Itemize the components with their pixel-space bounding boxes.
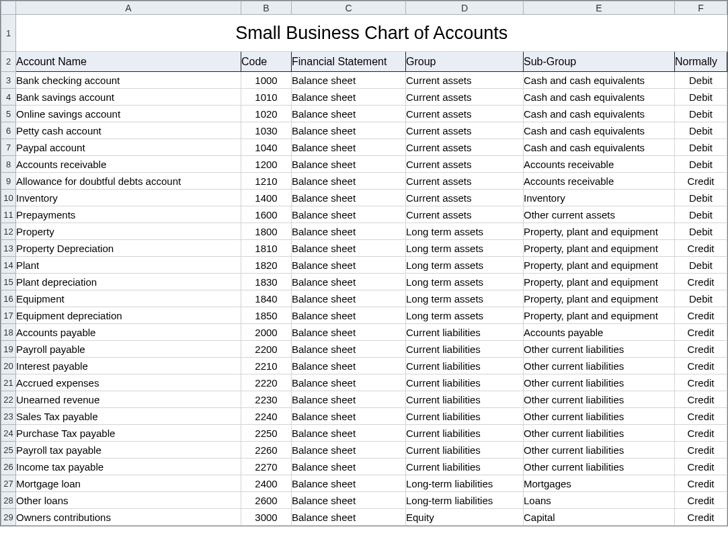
cell-account-name[interactable]: Bank checking account [16, 72, 241, 89]
cell-sub-group[interactable]: Other current liabilities [524, 425, 675, 442]
cell-financial-statement[interactable]: Balance sheet [292, 425, 406, 442]
cell-normally[interactable]: Credit [675, 324, 727, 341]
select-all-corner[interactable] [1, 1, 16, 15]
cell-account-name[interactable]: Allowance for doubtful debts account [16, 173, 241, 190]
cell-account-name[interactable]: Online savings account [16, 106, 241, 122]
cell-financial-statement[interactable]: Balance sheet [292, 223, 406, 240]
cell-group[interactable]: Current liabilities [406, 374, 524, 391]
row-header[interactable]: 15 [1, 274, 16, 290]
cell-code[interactable]: 1040 [241, 139, 292, 156]
cell-normally[interactable]: Debit [675, 106, 727, 122]
cell-normally[interactable]: Credit [675, 307, 727, 324]
cell-financial-statement[interactable]: Balance sheet [292, 458, 406, 475]
cell-sub-group[interactable]: Cash and cash equivalents [524, 139, 675, 156]
cell-normally[interactable]: Credit [675, 442, 727, 458]
row-header[interactable]: 27 [1, 475, 16, 492]
cell-normally[interactable]: Credit [675, 391, 727, 408]
row-header-2[interactable]: 2 [1, 52, 16, 72]
cell-account-name[interactable]: Accrued expenses [16, 374, 241, 391]
cell-financial-statement[interactable]: Balance sheet [292, 257, 406, 274]
cell-financial-statement[interactable]: Balance sheet [292, 173, 406, 190]
cell-account-name[interactable]: Purchase Tax payable [16, 425, 241, 442]
cell-normally[interactable]: Credit [675, 274, 727, 290]
cell-account-name[interactable]: Equipment depreciation [16, 307, 241, 324]
cell-group[interactable]: Current liabilities [406, 408, 524, 425]
cell-normally[interactable]: Debit [675, 122, 727, 139]
cell-financial-statement[interactable]: Balance sheet [292, 156, 406, 173]
cell-sub-group[interactable]: Loans [524, 492, 675, 509]
column-header-A[interactable]: A [16, 1, 241, 15]
cell-code[interactable]: 1030 [241, 122, 292, 139]
cell-code[interactable]: 2400 [241, 475, 292, 492]
cell-normally[interactable]: Credit [675, 240, 727, 257]
cell-normally[interactable]: Credit [675, 492, 727, 509]
cell-account-name[interactable]: Equipment [16, 290, 241, 307]
row-header[interactable]: 10 [1, 190, 16, 206]
cell-sub-group[interactable]: Cash and cash equivalents [524, 72, 675, 89]
cell-sub-group[interactable]: Property, plant and equipment [524, 223, 675, 240]
title-cell[interactable]: Small Business Chart of Accounts [16, 15, 727, 52]
cell-code[interactable]: 2220 [241, 374, 292, 391]
header-account-name[interactable]: Account Name [16, 52, 241, 72]
row-header[interactable]: 23 [1, 408, 16, 425]
cell-sub-group[interactable]: Accounts receivable [524, 173, 675, 190]
cell-financial-statement[interactable]: Balance sheet [292, 122, 406, 139]
cell-code[interactable]: 2270 [241, 458, 292, 475]
cell-sub-group[interactable]: Property, plant and equipment [524, 274, 675, 290]
cell-group[interactable]: Current assets [406, 139, 524, 156]
cell-sub-group[interactable]: Accounts payable [524, 324, 675, 341]
cell-group[interactable]: Equity [406, 509, 524, 526]
header-group[interactable]: Group [406, 52, 524, 72]
cell-normally[interactable]: Debit [675, 223, 727, 240]
cell-normally[interactable]: Credit [675, 374, 727, 391]
cell-account-name[interactable]: Paypal account [16, 139, 241, 156]
cell-code[interactable]: 2240 [241, 408, 292, 425]
cell-sub-group[interactable]: Other current liabilities [524, 408, 675, 425]
header-code[interactable]: Code [241, 52, 292, 72]
cell-code[interactable]: 1600 [241, 206, 292, 223]
column-header-F[interactable]: F [675, 1, 727, 15]
cell-code[interactable]: 2250 [241, 425, 292, 442]
cell-financial-statement[interactable]: Balance sheet [292, 89, 406, 106]
column-header-B[interactable]: B [241, 1, 292, 15]
cell-account-name[interactable]: Inventory [16, 190, 241, 206]
cell-financial-statement[interactable]: Balance sheet [292, 72, 406, 89]
cell-sub-group[interactable]: Other current liabilities [524, 374, 675, 391]
cell-sub-group[interactable]: Accounts receivable [524, 156, 675, 173]
cell-account-name[interactable]: Accounts payable [16, 324, 241, 341]
cell-financial-statement[interactable]: Balance sheet [292, 274, 406, 290]
cell-account-name[interactable]: Prepayments [16, 206, 241, 223]
cell-account-name[interactable]: Unearned revenue [16, 391, 241, 408]
row-header[interactable]: 29 [1, 509, 16, 526]
cell-sub-group[interactable]: Cash and cash equivalents [524, 89, 675, 106]
cell-normally[interactable]: Credit [675, 425, 727, 442]
cell-group[interactable]: Current assets [406, 89, 524, 106]
cell-code[interactable]: 1800 [241, 223, 292, 240]
cell-account-name[interactable]: Owners contributions [16, 509, 241, 526]
cell-financial-statement[interactable]: Balance sheet [292, 190, 406, 206]
cell-account-name[interactable]: Interest payable [16, 358, 241, 374]
row-header[interactable]: 28 [1, 492, 16, 509]
row-header[interactable]: 24 [1, 425, 16, 442]
cell-account-name[interactable]: Payroll tax payable [16, 442, 241, 458]
cell-normally[interactable]: Debit [675, 257, 727, 274]
cell-financial-statement[interactable]: Balance sheet [292, 341, 406, 358]
cell-group[interactable]: Current liabilities [406, 341, 524, 358]
cell-account-name[interactable]: Plant [16, 257, 241, 274]
cell-normally[interactable]: Credit [675, 509, 727, 526]
cell-financial-statement[interactable]: Balance sheet [292, 240, 406, 257]
cell-code[interactable]: 1850 [241, 307, 292, 324]
cell-group[interactable]: Current liabilities [406, 458, 524, 475]
row-header[interactable]: 25 [1, 442, 16, 458]
row-header[interactable]: 17 [1, 307, 16, 324]
cell-code[interactable]: 2230 [241, 391, 292, 408]
cell-account-name[interactable]: Income tax payable [16, 458, 241, 475]
cell-group[interactable]: Long term assets [406, 257, 524, 274]
cell-group[interactable]: Long term assets [406, 274, 524, 290]
cell-financial-statement[interactable]: Balance sheet [292, 206, 406, 223]
cell-sub-group[interactable]: Capital [524, 509, 675, 526]
row-header[interactable]: 4 [1, 89, 16, 106]
cell-sub-group[interactable]: Cash and cash equivalents [524, 106, 675, 122]
cell-code[interactable]: 1020 [241, 106, 292, 122]
column-header-E[interactable]: E [524, 1, 675, 15]
